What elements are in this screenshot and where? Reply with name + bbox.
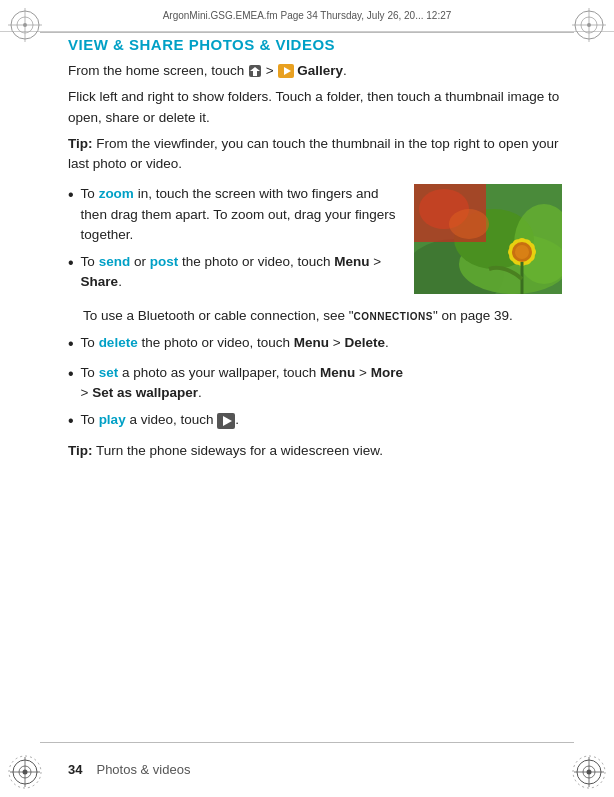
bottom-rule	[40, 742, 574, 743]
home-icon	[248, 64, 262, 78]
image-col	[414, 184, 562, 299]
more-label: More	[371, 365, 403, 380]
bullet-list-1: To zoom in, touch the screen with two fi…	[68, 184, 404, 292]
bullet-delete: To delete the photo or video, touch Menu…	[68, 333, 562, 356]
main-content: VIEW & SHARE PHOTOS & VIDEOS From the ho…	[68, 36, 562, 737]
bullet-play: To play a video, touch .	[68, 410, 562, 433]
svg-point-42	[449, 209, 489, 239]
bullet-send-post: To send or post the photo or video, touc…	[68, 252, 404, 293]
tip2-block: Tip: Turn the phone sideways for a wides…	[68, 441, 562, 461]
intro-line2: Flick left and right to show folders. To…	[68, 87, 562, 128]
section-title: VIEW & SHARE PHOTOS & VIDEOS	[68, 36, 562, 53]
bullet-col: To zoom in, touch the screen with two fi…	[68, 184, 404, 299]
highlight-zoom: zoom	[99, 186, 134, 201]
tip2-label: Tip:	[68, 443, 93, 458]
gallery-icon	[278, 64, 294, 78]
corner-mark-br	[570, 753, 608, 791]
menu-label-1: Menu	[334, 254, 369, 269]
top-rule	[40, 32, 574, 33]
wallpaper-label: Set as wallpaper	[92, 385, 198, 400]
corner-mark-tl	[6, 6, 44, 44]
tip1-block: Tip: From the viewfinder, you can touch …	[68, 134, 562, 175]
connections-label: CONNECTIONS	[353, 311, 432, 322]
footer: 34 Photos & videos	[68, 762, 562, 777]
page: ArgonMini.GSG.EMEA.fm Page 34 Thursday, …	[0, 0, 614, 797]
two-col-section: To zoom in, touch the screen with two fi…	[68, 184, 562, 299]
flower-image	[414, 184, 562, 294]
intro-line1-text: From the home screen, touch	[68, 63, 248, 78]
tip1-text: From the viewfinder, you can touch the t…	[68, 136, 559, 171]
corner-mark-bl	[6, 753, 44, 791]
bullet-zoom: To zoom in, touch the screen with two fi…	[68, 184, 404, 245]
header-text: ArgonMini.GSG.EMEA.fm Page 34 Thursday, …	[163, 10, 452, 21]
svg-marker-25	[284, 67, 291, 75]
delete-label: Delete	[344, 335, 385, 350]
menu-label-3: Menu	[320, 365, 355, 380]
highlight-send: send	[99, 254, 131, 269]
play-button-icon	[217, 413, 235, 429]
highlight-delete: delete	[99, 335, 138, 350]
tip2-text: Turn the phone sideways for a widescreen…	[93, 443, 383, 458]
svg-point-38	[515, 245, 529, 259]
footer-label: Photos & videos	[96, 762, 190, 777]
svg-rect-24	[253, 71, 257, 76]
bullet-list-2: To delete the photo or video, touch Menu…	[68, 333, 562, 434]
share-label: Share	[81, 274, 119, 289]
flower-svg	[414, 184, 562, 294]
corner-mark-tr	[570, 6, 608, 44]
highlight-play: play	[99, 412, 126, 427]
bluetooth-note: To use a Bluetooth or cable connection, …	[83, 306, 562, 326]
page-number: 34	[68, 762, 82, 777]
header-bar: ArgonMini.GSG.EMEA.fm Page 34 Thursday, …	[0, 0, 614, 32]
highlight-post: post	[150, 254, 179, 269]
intro-gt: >	[266, 63, 278, 78]
tip1-label: Tip:	[68, 136, 93, 151]
intro-line1: From the home screen, touch > Gallery.	[68, 61, 562, 81]
menu-label-2: Menu	[294, 335, 329, 350]
highlight-set: set	[99, 365, 119, 380]
bullet-set: To set a photo as your wallpaper, touch …	[68, 363, 562, 404]
intro-gallery-label: Gallery.	[297, 63, 347, 78]
